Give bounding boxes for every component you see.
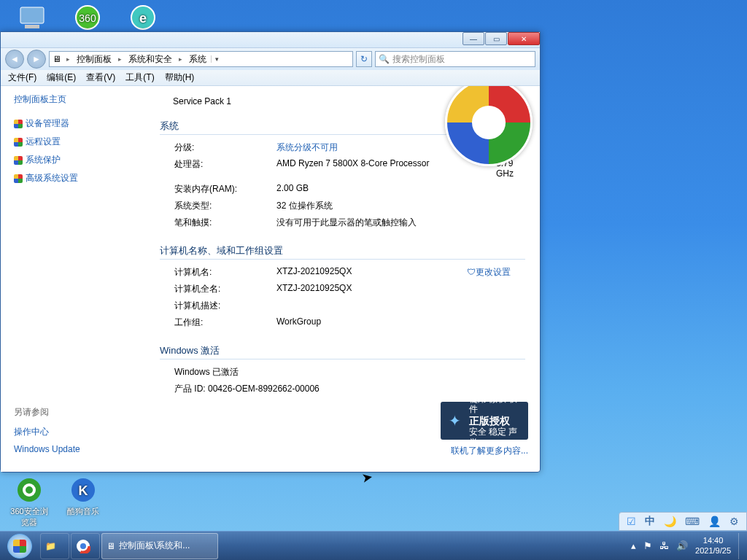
svg-rect-1 xyxy=(25,25,39,28)
menu-help[interactable]: 帮助(H) xyxy=(160,70,199,85)
taskbar-chrome[interactable] xyxy=(71,533,100,559)
moon-icon[interactable]: 🌙 xyxy=(664,516,676,527)
genuine-top: 使用 微软 软件 xyxy=(469,394,524,415)
search-input[interactable]: 🔍 搜索控制面板 xyxy=(375,51,535,67)
sidebar-item-label: Windows Update xyxy=(14,444,80,454)
maximize-button[interactable]: ▭ xyxy=(485,32,507,45)
desktop-label: 360安全浏览器 xyxy=(10,507,47,526)
windows-flag-icon xyxy=(13,540,26,553)
menu-file[interactable]: 文件(F) xyxy=(4,70,41,85)
network-icon[interactable]: 🖧 xyxy=(659,540,669,551)
sidebar-item-label: 设备管理器 xyxy=(26,117,69,130)
ime-toolbar[interactable]: ☑ 中 🌙 ⌨ 👤 ⚙ xyxy=(619,512,747,531)
start-button[interactable] xyxy=(0,532,39,561)
tray-up-icon[interactable]: ▴ xyxy=(631,540,636,551)
sidebar-item-label: 操作中心 xyxy=(14,426,49,438)
breadcrumb-seg[interactable]: 控制面板 xyxy=(75,53,113,66)
sidebar-home-link[interactable]: 控制面板主页 xyxy=(14,93,132,106)
see-also-label: 另请参阅 xyxy=(14,406,132,419)
desktop-icon-computer[interactable] xyxy=(12,3,53,34)
value-workgroup: WorkGroup xyxy=(276,316,525,329)
label-cpu: 处理器: xyxy=(174,158,276,179)
taskbar: 📁 🖥控制面板\系统和... ▴ ⚑ 🖧 🔊 14:40 2021/9/25 xyxy=(0,531,747,560)
minimize-button[interactable]: — xyxy=(462,32,484,45)
svg-text:360: 360 xyxy=(79,12,96,24)
forward-button[interactable]: ► xyxy=(27,50,46,69)
menu-edit[interactable]: 编辑(E) xyxy=(42,70,80,85)
system-tray: ▴ ⚑ 🖧 🔊 14:40 2021/9/25 xyxy=(628,533,747,559)
system-window: — ▭ ✕ ◄ ► 🖥 ▸ 控制面板 ▸ 系统和安全 ▸ 系统 ▾ ↻ 🔍 搜索… xyxy=(0,31,541,472)
sidebar: 控制面板主页 设备管理器 远程设置 系统保护 高级系统设置 另请参阅 操作中心 … xyxy=(1,86,145,472)
flag-icon[interactable]: ⚑ xyxy=(643,540,652,551)
sidebar-item-remote[interactable]: 远程设置 xyxy=(14,133,132,151)
sidebar-item-device-manager[interactable]: 设备管理器 xyxy=(14,114,132,133)
user-icon[interactable]: 👤 xyxy=(708,516,721,527)
sidebar-item-action-center[interactable]: 操作中心 xyxy=(14,423,132,441)
link-change-settings[interactable]: 🛡更改设置 xyxy=(467,266,525,279)
desktop-icon-ebrowser[interactable]: e xyxy=(123,3,163,34)
label-type: 系统类型: xyxy=(174,200,276,212)
breadcrumb-icon: 🖥 xyxy=(53,54,61,64)
menu-bar: 文件(F) 编辑(E) 查看(V) 工具(T) 帮助(H) xyxy=(1,70,540,86)
svg-rect-0 xyxy=(20,7,44,23)
breadcrumb-seg[interactable]: 系统 xyxy=(187,53,208,66)
value-computer-name: XTZJ-20210925QX xyxy=(276,266,467,279)
back-button[interactable]: ◄ xyxy=(5,50,24,69)
menu-tools[interactable]: 工具(T) xyxy=(121,70,158,85)
keyboard-icon[interactable]: ⌨ xyxy=(685,516,700,527)
breadcrumb[interactable]: 🖥 ▸ 控制面板 ▸ 系统和安全 ▸ 系统 ▾ xyxy=(49,51,353,67)
label-computer-name: 计算机名: xyxy=(174,266,276,279)
chevron-right-icon: ▸ xyxy=(177,55,185,63)
chrome-icon xyxy=(76,539,90,553)
sidebar-item-advanced[interactable]: 高级系统设置 xyxy=(14,169,132,187)
sidebar-item-windows-update[interactable]: Windows Update xyxy=(14,441,132,457)
desktop-label: 酷狗音乐 xyxy=(67,507,99,516)
sidebar-item-label: 系统保护 xyxy=(26,154,61,166)
refresh-button[interactable]: ↻ xyxy=(356,51,372,67)
desktop-icon-kugou[interactable]: K 酷狗音乐 xyxy=(63,475,104,517)
desktop-icon-360browser[interactable]: 360安全浏览器 xyxy=(9,475,50,528)
value-pen: 没有可用于此显示器的笔或触控输入 xyxy=(276,217,525,229)
genuine-badge: ✦ 使用 微软 软件 正版授权 安全 稳定 声誉 xyxy=(441,402,528,440)
svg-point-13 xyxy=(80,543,86,549)
folder-icon: 📁 xyxy=(45,541,56,551)
value-type: 32 位操作系统 xyxy=(276,200,525,212)
label-description: 计算机描述: xyxy=(174,300,276,312)
main-panel: Service Pack 1 系统 分级:系统分级不可用 处理器:AMD Ryz… xyxy=(145,86,540,472)
label-workgroup: 工作组: xyxy=(174,316,276,329)
desktop-icon-360[interactable]: 360 xyxy=(67,3,108,34)
label-full-name: 计算机全名: xyxy=(174,283,276,295)
ime-indicator[interactable]: 中 xyxy=(645,515,655,528)
breadcrumb-seg[interactable]: 系统和安全 xyxy=(127,53,174,66)
monitor-icon: 🖥 xyxy=(107,541,115,551)
taskbar-app-label: 控制面板\系统和... xyxy=(119,540,190,552)
close-button[interactable]: ✕ xyxy=(508,32,540,45)
show-desktop-button[interactable] xyxy=(738,533,744,559)
gear-icon[interactable]: ⚙ xyxy=(729,516,739,527)
value-full-name: XTZJ-20210925QX xyxy=(276,283,525,295)
volume-icon[interactable]: 🔊 xyxy=(676,540,688,551)
taskbar-explorer[interactable]: 📁 xyxy=(40,533,69,559)
label-pen: 笔和触摸: xyxy=(174,217,276,229)
label-rating: 分级: xyxy=(174,141,276,154)
value-ram: 2.00 GB xyxy=(276,183,525,195)
sidebar-item-label: 高级系统设置 xyxy=(26,172,78,184)
section-activation: Windows 激活 xyxy=(160,344,525,359)
label-ram: 安装内存(RAM): xyxy=(174,183,276,195)
svg-text:e: e xyxy=(139,11,147,26)
tray-date: 2021/9/25 xyxy=(695,546,731,556)
sidebar-item-protection[interactable]: 系统保护 xyxy=(14,151,132,169)
breadcrumb-dropdown[interactable]: ▾ xyxy=(211,55,222,63)
checkbox-icon[interactable]: ☑ xyxy=(627,516,636,527)
section-computer-name: 计算机名称、域和工作组设置 xyxy=(160,244,525,260)
genuine-big: 正版授权 xyxy=(469,415,524,427)
value-description xyxy=(276,300,525,312)
titlebar: — ▭ ✕ xyxy=(1,32,540,48)
taskbar-control-panel[interactable]: 🖥控制面板\系统和... xyxy=(101,533,218,559)
link-learn-more[interactable]: 联机了解更多内容... xyxy=(451,445,528,457)
svg-point-8 xyxy=(26,486,33,494)
tray-time: 14:40 xyxy=(695,536,731,545)
tray-clock[interactable]: 14:40 2021/9/25 xyxy=(695,536,731,555)
search-icon: 🔍 xyxy=(379,54,390,64)
menu-view[interactable]: 查看(V) xyxy=(82,70,120,85)
